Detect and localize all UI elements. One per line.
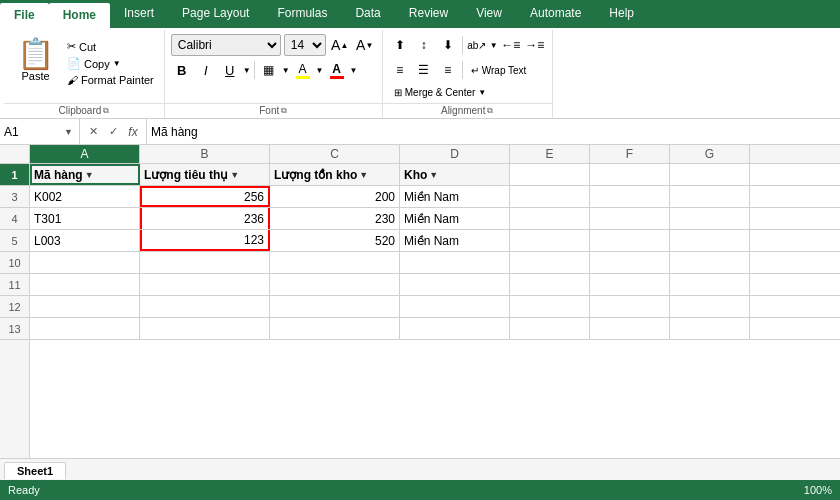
filter-dropdown-b[interactable]: ▼ xyxy=(230,170,239,180)
cell-g11[interactable] xyxy=(670,274,750,295)
merge-center-button[interactable]: ⊞ Merge & Center ▼ xyxy=(389,84,492,101)
align-middle-button[interactable]: ↕ xyxy=(413,34,435,56)
indent-decrease-button[interactable]: ←≡ xyxy=(500,34,522,56)
row-num-12[interactable]: 12 xyxy=(0,296,29,318)
col-header-a[interactable]: A xyxy=(30,145,140,163)
cell-d11[interactable] xyxy=(400,274,510,295)
cell-d5[interactable]: Miền Nam xyxy=(400,230,510,251)
indent-increase-button[interactable]: →≡ xyxy=(524,34,546,56)
tab-automate[interactable]: Automate xyxy=(516,0,595,28)
tab-formulas[interactable]: Formulas xyxy=(263,0,341,28)
cell-d13[interactable] xyxy=(400,318,510,339)
filter-dropdown-d[interactable]: ▼ xyxy=(429,170,438,180)
font-family-select[interactable]: Calibri xyxy=(171,34,281,56)
confirm-formula-button[interactable]: ✓ xyxy=(104,123,122,141)
cell-b1[interactable]: Lượng tiêu thụ ▼ xyxy=(140,164,270,185)
cell-a4[interactable]: T301 xyxy=(30,208,140,229)
bold-button[interactable]: B xyxy=(171,59,193,81)
cell-f3[interactable] xyxy=(590,186,670,207)
align-right-button[interactable]: ≡ xyxy=(437,59,459,81)
col-header-b[interactable]: B xyxy=(140,145,270,163)
cell-g3[interactable] xyxy=(670,186,750,207)
tab-data[interactable]: Data xyxy=(341,0,394,28)
tab-file[interactable]: File xyxy=(0,3,49,28)
cell-c10[interactable] xyxy=(270,252,400,273)
border-button[interactable]: ▦ xyxy=(258,59,280,81)
cell-f12[interactable] xyxy=(590,296,670,317)
cell-g4[interactable] xyxy=(670,208,750,229)
cell-c12[interactable] xyxy=(270,296,400,317)
row-num-5[interactable]: 5 xyxy=(0,230,29,252)
cell-e5[interactable] xyxy=(510,230,590,251)
col-header-c[interactable]: C xyxy=(270,145,400,163)
fill-color-button[interactable]: A xyxy=(292,59,314,81)
cell-d10[interactable] xyxy=(400,252,510,273)
insert-function-button[interactable]: fx xyxy=(124,123,142,141)
sheet-tab-1[interactable]: Sheet1 xyxy=(4,462,66,479)
col-header-g[interactable]: G xyxy=(670,145,750,163)
cell-e11[interactable] xyxy=(510,274,590,295)
cell-c13[interactable] xyxy=(270,318,400,339)
alignment-dialog-launcher[interactable]: ⧉ xyxy=(487,106,493,116)
cell-d1[interactable]: Kho ▼ xyxy=(400,164,510,185)
cell-d12[interactable] xyxy=(400,296,510,317)
row-num-4[interactable]: 4 xyxy=(0,208,29,230)
cell-g5[interactable] xyxy=(670,230,750,251)
cell-b5[interactable]: 123 xyxy=(140,230,270,251)
cell-c11[interactable] xyxy=(270,274,400,295)
cell-a1[interactable]: Mã hàng ▼ xyxy=(30,164,140,185)
fill-color-dropdown[interactable]: ▼ xyxy=(316,66,324,75)
cell-b10[interactable] xyxy=(140,252,270,273)
cell-b13[interactable] xyxy=(140,318,270,339)
tab-home[interactable]: Home xyxy=(49,3,110,28)
cell-reference-input[interactable] xyxy=(4,125,64,139)
underline-button[interactable]: U xyxy=(219,59,241,81)
tab-page-layout[interactable]: Page Layout xyxy=(168,0,263,28)
cell-e13[interactable] xyxy=(510,318,590,339)
filter-dropdown-a[interactable]: ▼ xyxy=(85,170,94,180)
format-painter-button[interactable]: 🖌 Format Painter xyxy=(63,72,158,88)
cell-e12[interactable] xyxy=(510,296,590,317)
col-header-f[interactable]: F xyxy=(590,145,670,163)
cell-g12[interactable] xyxy=(670,296,750,317)
cell-d4[interactable]: Miền Nam xyxy=(400,208,510,229)
cell-b3[interactable]: 256 xyxy=(140,186,270,207)
underline-dropdown[interactable]: ▼ xyxy=(243,66,251,75)
col-header-d[interactable]: D xyxy=(400,145,510,163)
cell-c1[interactable]: Lượng tồn kho ▼ xyxy=(270,164,400,185)
font-dialog-launcher[interactable]: ⧉ xyxy=(281,106,287,116)
cell-a11[interactable] xyxy=(30,274,140,295)
cell-f5[interactable] xyxy=(590,230,670,251)
row-num-13[interactable]: 13 xyxy=(0,318,29,340)
cell-ref-dropdown[interactable]: ▼ xyxy=(64,127,73,137)
cell-b12[interactable] xyxy=(140,296,270,317)
font-size-select[interactable]: 14 xyxy=(284,34,326,56)
cell-f1[interactable] xyxy=(590,164,670,185)
cell-a3[interactable]: K002 xyxy=(30,186,140,207)
cell-b11[interactable] xyxy=(140,274,270,295)
align-bottom-button[interactable]: ⬇ xyxy=(437,34,459,56)
row-num-11[interactable]: 11 xyxy=(0,274,29,296)
wrap-text-button[interactable]: ↵ Wrap Text xyxy=(466,62,532,79)
cell-f10[interactable] xyxy=(590,252,670,273)
cell-f13[interactable] xyxy=(590,318,670,339)
col-header-e[interactable]: E xyxy=(510,145,590,163)
row-num-10[interactable]: 10 xyxy=(0,252,29,274)
cell-f11[interactable] xyxy=(590,274,670,295)
paste-button[interactable]: 📋 Paste xyxy=(10,34,61,87)
copy-button[interactable]: 📄 Copy ▼ xyxy=(63,55,158,72)
font-color-button[interactable]: A xyxy=(326,59,348,81)
row-num-1[interactable]: 1 xyxy=(0,164,29,186)
cell-a13[interactable] xyxy=(30,318,140,339)
orientation-dropdown[interactable]: ▼ xyxy=(490,41,498,50)
cell-e3[interactable] xyxy=(510,186,590,207)
cut-button[interactable]: ✂ Cut xyxy=(63,38,158,55)
tab-help[interactable]: Help xyxy=(595,0,648,28)
merge-center-dropdown[interactable]: ▼ xyxy=(478,88,486,97)
clipboard-dialog-launcher[interactable]: ⧉ xyxy=(103,106,109,116)
cancel-formula-button[interactable]: ✕ xyxy=(84,123,102,141)
cell-c3[interactable]: 200 xyxy=(270,186,400,207)
cell-d3[interactable]: Miền Nam xyxy=(400,186,510,207)
cell-f4[interactable] xyxy=(590,208,670,229)
cell-e10[interactable] xyxy=(510,252,590,273)
